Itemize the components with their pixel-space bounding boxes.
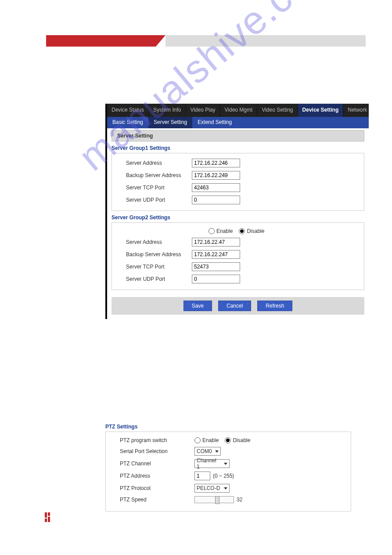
tab-video-setting[interactable]: Video Setting [257, 104, 298, 117]
g2-server-address-label: Server Address [117, 239, 192, 245]
g2-disable-radio[interactable] [239, 228, 245, 234]
svg-rect-1 [48, 517, 50, 522]
ptz-enable-label: Enable [202, 437, 219, 443]
tab-device-status[interactable]: Device Status [107, 104, 149, 117]
ptz-box: PTZ program switch Enable Disable Serial… [105, 432, 351, 511]
g2-backup-label: Backup Server Address [117, 251, 192, 258]
refresh-button[interactable]: Refresh [257, 301, 292, 311]
tab-video-play[interactable]: Video Play [186, 104, 220, 117]
ptz-protocol-select[interactable]: PELCO-D [194, 484, 230, 493]
g2-udp-label: Server UDP Port [117, 276, 192, 282]
g1-server-address-input[interactable] [192, 159, 240, 167]
banner-gray [165, 35, 366, 47]
subtab-extend-setting[interactable]: Extend Setting [192, 117, 237, 128]
ptz-settings-screenshot: PTZ Settings PTZ program switch Enable D… [105, 420, 351, 511]
tab-device-setting[interactable]: Device Setting [298, 104, 344, 117]
g1-tcp-label: Server TCP Port [117, 185, 192, 191]
ptz-speed-slider[interactable] [194, 496, 234, 503]
g1-udp-input[interactable] [192, 196, 240, 204]
ptz-address-range: (0 ~ 255) [213, 473, 234, 479]
brand-logo-icon [44, 512, 51, 522]
server-setting-screenshot: Device Status System Info Video Play Vid… [105, 104, 369, 319]
group1-title: Server Group1 Settings [111, 141, 364, 153]
ptz-speed-label: PTZ Speed [111, 497, 194, 503]
ptz-disable-label: Disable [233, 437, 250, 443]
g2-backup-input[interactable] [192, 250, 240, 259]
subtab-server-setting[interactable]: Server Setting [148, 117, 192, 128]
ptz-serial-select[interactable]: COM0 [194, 447, 221, 456]
panel-header: Server Setting [111, 130, 364, 141]
ptz-disable-radio[interactable] [225, 437, 231, 443]
button-bar: Save Cancel Refresh [111, 297, 364, 315]
g1-tcp-input[interactable] [192, 183, 240, 192]
g1-backup-input[interactable] [192, 171, 240, 180]
tab-video-mgmt[interactable]: Video Mgmt [220, 104, 258, 117]
ptz-address-input[interactable] [194, 472, 210, 480]
g2-disable-label: Disable [247, 228, 264, 234]
g2-tcp-input[interactable] [192, 262, 240, 271]
tab-system-info[interactable]: System Info [149, 104, 186, 117]
group2-title: Server Group2 Settings [111, 211, 364, 222]
g2-enable-label: Enable [216, 228, 233, 234]
g1-backup-label: Backup Server Address [117, 172, 192, 178]
banner-red [46, 35, 156, 47]
header-banner [46, 35, 366, 47]
cancel-button[interactable]: Cancel [218, 301, 251, 311]
ptz-switch-label: PTZ program switch [111, 437, 194, 443]
g2-udp-input[interactable] [192, 275, 240, 283]
svg-rect-2 [45, 519, 47, 522]
top-tabs: Device Status System Info Video Play Vid… [107, 104, 369, 117]
ptz-address-label: PTZ Address [111, 473, 194, 479]
ptz-title: PTZ Settings [105, 420, 351, 432]
svg-rect-0 [45, 512, 47, 518]
subtab-basic-setting[interactable]: Basic Setting [107, 117, 148, 128]
ptz-channel-label: PTZ Channel [111, 461, 194, 467]
sub-tabs: Basic Setting Server Setting Extend Sett… [107, 117, 369, 128]
g1-udp-label: Server UDP Port [117, 197, 192, 203]
g2-tcp-label: Server TCP Port [117, 264, 192, 270]
svg-rect-3 [48, 512, 50, 516]
ptz-serial-label: Serial Port Selection [111, 448, 194, 454]
ptz-channel-select[interactable]: Channel 1 [194, 459, 230, 468]
group1-box: Server Address Backup Server Address Ser… [111, 153, 364, 211]
g2-enable-radio[interactable] [209, 228, 215, 234]
ptz-enable-radio[interactable] [194, 437, 201, 443]
g1-server-address-label: Server Address [117, 160, 192, 166]
ptz-protocol-label: PTZ Protocol [111, 485, 194, 491]
ptz-speed-value: 32 [237, 497, 242, 503]
g2-server-address-input[interactable] [192, 238, 240, 247]
group2-box: Enable Disable Server Address Backup Ser… [111, 222, 364, 290]
slider-thumb[interactable] [215, 496, 219, 504]
tab-network-settings[interactable]: Network Setti [343, 104, 369, 117]
save-button[interactable]: Save [183, 301, 212, 311]
